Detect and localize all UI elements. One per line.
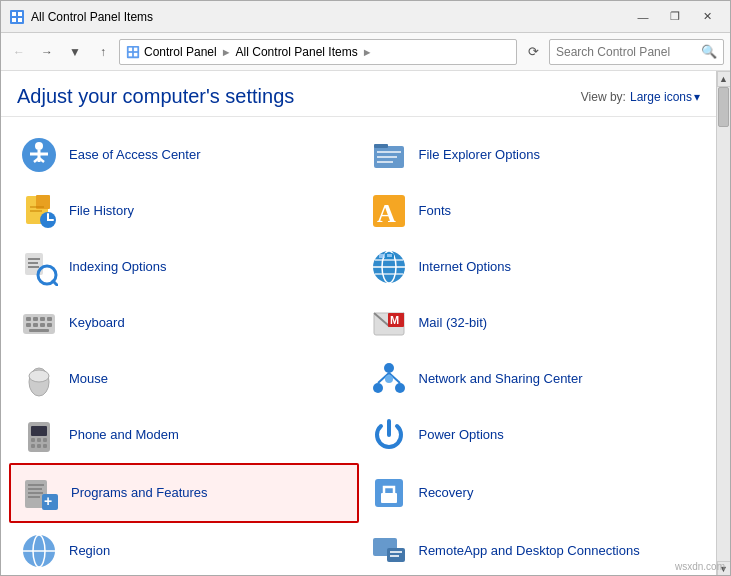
cp-item-indexing-options[interactable]: Indexing Options [9,239,359,295]
up-button[interactable]: ↑ [91,40,115,64]
svg-rect-43 [26,317,31,321]
forward-button[interactable]: → [35,40,59,64]
window-title: All Control Panel Items [31,10,628,24]
svg-rect-1 [12,12,16,16]
file-history-label: File History [69,203,134,220]
minimize-button[interactable]: — [628,5,658,29]
title-bar: All Control Panel Items — ❐ ✕ [1,1,730,33]
svg-rect-75 [28,492,43,494]
address-path[interactable]: Control Panel ► All Control Panel Items … [119,39,517,65]
maximize-button[interactable]: ❐ [660,5,690,29]
indexing-options-label: Indexing Options [69,259,167,276]
svg-rect-45 [40,317,45,321]
svg-rect-17 [374,144,388,148]
mouse-label: Mouse [69,371,108,388]
svg-rect-49 [40,323,45,327]
svg-rect-50 [47,323,52,327]
svg-line-33 [53,281,57,285]
power-options-icon [369,415,409,455]
file-history-icon [19,191,59,231]
svg-rect-87 [390,555,399,557]
fonts-label: Fonts [419,203,452,220]
svg-rect-19 [377,156,397,158]
search-box[interactable]: 🔍 [549,39,724,65]
phone-modem-label: Phone and Modem [69,427,179,444]
svg-rect-74 [28,488,42,490]
cp-item-ease-of-access[interactable]: Ease of Access Center [9,127,359,183]
cp-item-fonts[interactable]: AFonts [359,183,709,239]
svg-text:+: + [44,493,52,509]
keyboard-label: Keyboard [69,315,125,332]
svg-rect-41 [387,254,392,257]
scroll-track[interactable] [717,87,730,561]
cp-item-file-history[interactable]: File History [9,183,359,239]
close-button[interactable]: ✕ [692,5,722,29]
path-control-panel[interactable]: Control Panel [144,45,217,59]
internet-options-icon [369,247,409,287]
cp-item-region[interactable]: Region [9,523,359,576]
view-by-control: View by: Large icons ▾ [581,90,700,104]
svg-point-63 [385,375,393,383]
network-sharing-label: Network and Sharing Center [419,371,583,388]
svg-rect-7 [134,47,138,51]
content-panel: Adjust your computer's settings View by:… [1,71,716,576]
svg-rect-30 [28,262,38,264]
keyboard-icon [19,303,59,343]
cp-item-programs-features[interactable]: +Programs and Features [9,463,359,523]
cp-item-network-sharing[interactable]: Network and Sharing Center [359,351,709,407]
cp-item-mail[interactable]: MMail (32-bit) [359,295,709,351]
cp-item-recovery[interactable]: Recovery [359,463,709,523]
search-input[interactable] [556,45,697,59]
programs-features-icon: + [21,473,61,513]
mail-label: Mail (32-bit) [419,315,488,332]
scroll-thumb[interactable] [718,87,729,127]
svg-rect-8 [129,52,133,56]
svg-point-57 [29,370,49,382]
recovery-label: Recovery [419,485,474,502]
refresh-button[interactable]: ⟳ [521,40,545,64]
svg-rect-76 [28,496,40,498]
region-icon [19,531,59,571]
indexing-options-icon [19,247,59,287]
back-button[interactable]: ← [7,40,31,64]
cp-item-phone-modem[interactable]: Phone and Modem [9,407,359,463]
cp-item-internet-options[interactable]: Internet Options [359,239,709,295]
svg-rect-47 [26,323,31,327]
scrollbar: ▲ ▼ [716,71,730,576]
svg-text:A: A [377,199,396,228]
path-all-items[interactable]: All Control Panel Items [236,45,358,59]
svg-rect-18 [377,151,401,153]
search-icon: 🔍 [701,44,717,59]
svg-rect-3 [12,18,16,22]
cp-item-keyboard[interactable]: Keyboard [9,295,359,351]
cp-item-file-explorer-options[interactable]: File Explorer Options [359,127,709,183]
items-grid: Ease of Access CenterFile Explorer Optio… [1,117,716,576]
svg-rect-20 [377,161,393,163]
svg-rect-31 [28,266,39,268]
content-header: Adjust your computer's settings View by:… [1,71,716,117]
svg-rect-68 [43,438,47,442]
svg-rect-4 [18,18,22,22]
power-options-label: Power Options [419,427,504,444]
scroll-up-button[interactable]: ▲ [717,71,731,87]
svg-rect-86 [390,551,402,553]
cp-item-mouse[interactable]: Mouse [9,351,359,407]
svg-rect-2 [18,12,22,16]
svg-rect-46 [47,317,52,321]
recent-locations-button[interactable]: ▼ [63,40,87,64]
svg-point-11 [35,142,43,150]
main-area: Adjust your computer's settings View by:… [1,71,730,576]
svg-point-58 [384,363,394,373]
mouse-icon [19,359,59,399]
view-by-dropdown[interactable]: Large icons ▾ [630,90,700,104]
file-explorer-options-label: File Explorer Options [419,147,540,164]
ease-of-access-label: Ease of Access Center [69,147,201,164]
scroll-down-button[interactable]: ▼ [717,561,731,576]
svg-rect-71 [43,444,47,448]
cp-item-remoteapp[interactable]: RemoteApp and Desktop Connections [359,523,709,576]
cp-item-power-options[interactable]: Power Options [359,407,709,463]
svg-rect-73 [28,484,44,486]
svg-rect-44 [33,317,38,321]
mail-icon: M [369,303,409,343]
window-icon [9,9,25,25]
